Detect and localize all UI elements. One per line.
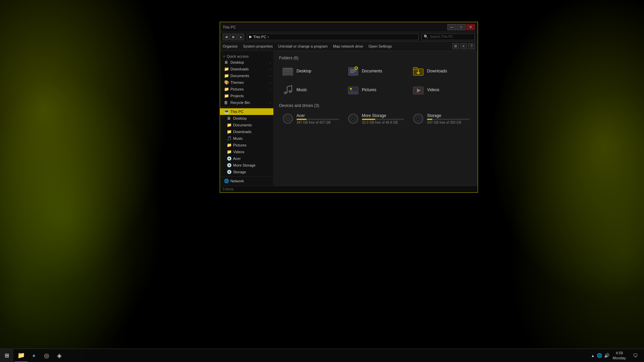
folder-icon-pictures (347, 84, 359, 96)
taskbar-icon-chrome[interactable]: ● (28, 349, 40, 362)
sidebar-label: Pictures (233, 143, 247, 147)
sidebar-label: Storage (233, 170, 246, 174)
folder-icon-downloads (412, 65, 424, 77)
sidebar-item-desktop-pc[interactable]: 🖥 Desktop (220, 115, 273, 122)
sidebar-item-videos-pc[interactable]: 📁 Videos (220, 148, 273, 155)
open-settings-button[interactable]: Open Settings (369, 44, 392, 48)
taskbar: ⊞ 📁 ● ◎ ◈ ▲ 🌐 🔊 4:59 Monday 🗨 (0, 349, 644, 362)
folder-icon-desktop (282, 65, 294, 77)
drive-name: Storage (427, 113, 470, 118)
sidebar-label: Desktop (230, 60, 244, 64)
drives-grid: Acer 347 GB free of 457 GB (279, 111, 472, 127)
sidebar: ▼ Quick access 🖥 Desktop • 📁 Downloads •… (220, 51, 274, 186)
tray-time[interactable]: 4:59 Monday (611, 351, 628, 360)
start-button[interactable]: ⊞ (0, 349, 13, 362)
drive-info-acer: Acer 347 GB free of 457 GB (297, 113, 339, 124)
folder-item-videos[interactable]: Videos (410, 82, 472, 98)
sidebar-item-pictures-pc[interactable]: 📁 Pictures (220, 142, 273, 148)
notification-button[interactable]: 🗨 (629, 349, 641, 362)
toolbar-right: ⊞ ≡ ? (452, 43, 475, 49)
sidebar-item-storage-pc[interactable]: 💿 Storage (220, 169, 273, 175)
toolbar: Organize System properties Uninstall or … (220, 42, 478, 51)
address-path[interactable]: ▶ This PC › (247, 34, 419, 40)
drive-bar-fill (427, 119, 432, 120)
folder-icon: 🖥 (224, 60, 229, 65)
folder-icon: 📁 (224, 87, 229, 92)
drive-bar-fill (362, 119, 376, 120)
sidebar-item-more-storage-pc[interactable]: 💿 More Storage (220, 162, 273, 169)
up-button[interactable]: ▲ (237, 34, 244, 40)
tray-volume-icon[interactable]: 🔊 (604, 353, 609, 358)
search-box[interactable]: 🔍 Search This PC (421, 34, 475, 40)
svg-line-19 (287, 85, 292, 87)
svg-rect-2 (283, 73, 292, 73)
sidebar-item-themes-qa[interactable]: 🎨 Themes • (220, 79, 273, 86)
organize-button[interactable]: Organize (223, 44, 238, 48)
svg-point-27 (287, 118, 288, 119)
sidebar-item-music-pc[interactable]: 🎵 Music (220, 135, 273, 142)
sidebar-item-projects-qa[interactable]: 📁 Projects (220, 93, 273, 99)
folder-item-music[interactable]: Music (279, 82, 342, 98)
minimize-button[interactable]: — (447, 24, 456, 30)
taskbar-icon-app4[interactable]: ◈ (53, 349, 66, 362)
folders-grid: Desktop Documents (279, 63, 472, 98)
folder-name: Desktop (297, 69, 311, 73)
help-button[interactable]: ? (468, 43, 475, 49)
taskbar-icon-media[interactable]: ◎ (40, 349, 53, 362)
drive-item-acer[interactable]: Acer 347 GB free of 457 GB (279, 111, 342, 127)
sidebar-item-documents-pc[interactable]: 📁 Documents (220, 122, 273, 128)
close-button[interactable]: ✕ (466, 24, 475, 30)
folder-item-downloads[interactable]: Downloads (410, 63, 472, 79)
sidebar-divider-2 (220, 176, 273, 177)
taskbar-icon-explorer[interactable]: 📁 (15, 349, 28, 362)
folder-icon: 🖥 (227, 116, 231, 121)
folder-item-pictures[interactable]: Pictures (344, 82, 407, 98)
forward-button[interactable]: ▶ (230, 34, 237, 40)
uninstall-button[interactable]: Uninstall or change a program (278, 44, 327, 48)
drive-name: More Storage (362, 113, 405, 118)
view-large-button[interactable]: ⊞ (452, 43, 459, 49)
sidebar-label: Pictures (230, 87, 244, 91)
taskbar-tray: ▲ 🌐 🔊 4:59 Monday 🗨 (591, 349, 644, 362)
system-properties-button[interactable]: System properties (243, 44, 273, 48)
drive-bar-bg (427, 119, 470, 120)
map-network-button[interactable]: Map network drive (333, 44, 363, 48)
svg-point-15 (284, 92, 287, 94)
maximize-button[interactable]: □ (457, 24, 466, 30)
sidebar-item-pictures-qa[interactable]: 📁 Pictures • (220, 86, 273, 93)
sidebar-item-downloads-qa[interactable]: 📁 Downloads • (220, 66, 273, 72)
view-detail-button[interactable]: ≡ (460, 43, 467, 49)
svg-rect-3 (285, 75, 291, 75)
sidebar-label: Music (233, 136, 243, 140)
drive-icon-more-storage (347, 113, 359, 125)
recycle-icon: 🗑 (224, 100, 229, 105)
folder-name: Music (297, 87, 307, 92)
title-bar-left: This PC (223, 25, 236, 29)
sidebar-quick-access-header[interactable]: ▼ Quick access (220, 53, 273, 59)
folder-icon: 📁 (224, 94, 229, 98)
sidebar-item-this-pc[interactable]: 💻 This PC (220, 108, 273, 115)
back-button[interactable]: ◀ (223, 34, 229, 40)
folder-icon: 📁 (224, 73, 229, 78)
taskbar-icons: 📁 ● ◎ ◈ (13, 349, 67, 362)
folder-item-documents[interactable]: Documents (344, 63, 407, 79)
folder-icon-documents (347, 65, 359, 77)
sidebar-item-acer-pc[interactable]: 💿 Acer (220, 155, 273, 162)
sidebar-item-recycle-qa[interactable]: 🗑 Recycle Bin • (220, 99, 273, 106)
content-area: ▼ Quick access 🖥 Desktop • 📁 Downloads •… (220, 51, 478, 186)
arrow-icon: • (270, 61, 271, 64)
tray-chevron-icon[interactable]: ▲ (591, 354, 595, 358)
sidebar-item-network[interactable]: 🌐 Network (220, 178, 273, 184)
folder-name: Pictures (362, 87, 376, 92)
sidebar-label: Desktop (233, 116, 247, 120)
folder-item-desktop[interactable]: Desktop (279, 63, 342, 79)
tray-network-icon: 🌐 (597, 353, 602, 358)
drive-item-more-storage[interactable]: More Storage 33.3 GB free of 48.8 GB (344, 111, 407, 127)
sidebar-label: Projects (230, 94, 244, 98)
sidebar-item-documents-qa[interactable]: 📁 Documents • (220, 72, 273, 79)
sidebar-item-desktop-qa[interactable]: 🖥 Desktop • (220, 59, 273, 66)
drive-item-storage[interactable]: Storage 347 GB free of 393 GB (410, 111, 472, 127)
sidebar-item-downloads-pc[interactable]: 📁 Downloads (220, 128, 273, 135)
network-icon: 🌐 (224, 179, 229, 183)
sidebar-label: Documents (230, 74, 249, 78)
